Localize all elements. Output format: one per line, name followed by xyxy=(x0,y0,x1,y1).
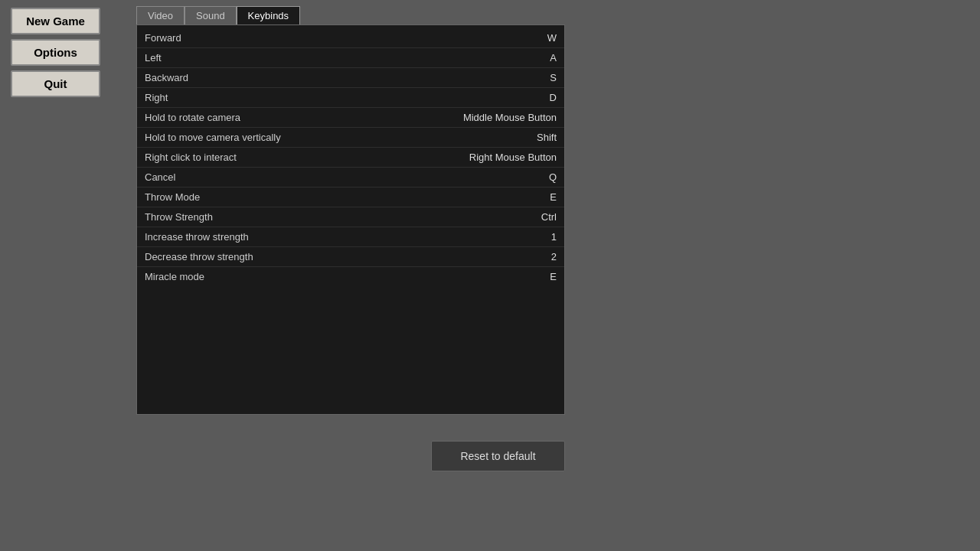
keybind-action: Backward xyxy=(145,72,188,83)
keybind-row: CancelQ xyxy=(137,168,564,187)
keybind-row: LeftA xyxy=(137,48,564,68)
keybind-action: Right click to interact xyxy=(145,152,237,163)
keybind-key[interactable]: 2 xyxy=(551,251,557,262)
keybind-row: Hold to rotate cameraMiddle Mouse Button xyxy=(137,108,564,128)
keybind-action: Forward xyxy=(145,32,181,44)
keybind-key[interactable]: E xyxy=(550,271,557,282)
keybind-key[interactable]: Shift xyxy=(537,132,557,143)
keybind-row: Right click to interactRight Mouse Butto… xyxy=(137,148,564,168)
keybind-action: Right xyxy=(145,92,168,103)
keybinds-panel: ForwardWLeftABackwardSRightDHold to rota… xyxy=(136,24,565,415)
keybind-action: Throw Strength xyxy=(145,211,213,223)
keybind-row: Throw StrengthCtrl xyxy=(137,207,564,227)
keybind-key[interactable]: A xyxy=(550,52,557,64)
keybind-key[interactable]: Q xyxy=(549,171,557,183)
keybind-key[interactable]: E xyxy=(550,191,557,203)
keybind-action: Throw Mode xyxy=(145,191,200,203)
keybind-row: BackwardS xyxy=(137,68,564,88)
keybind-key[interactable]: Ctrl xyxy=(541,211,557,223)
quit-button[interactable]: Quit xyxy=(11,70,100,97)
keybind-action: Cancel xyxy=(145,171,175,183)
main-content: VideoSoundKeybinds ForwardWLeftABackward… xyxy=(136,6,565,415)
keybind-action: Increase throw strength xyxy=(145,231,249,243)
sidebar: New GameOptionsQuit xyxy=(11,8,100,102)
keybind-key[interactable]: Middle Mouse Button xyxy=(463,112,557,123)
options-button[interactable]: Options xyxy=(11,39,100,66)
keybind-action: Decrease throw strength xyxy=(145,251,253,262)
keybind-row: RightD xyxy=(137,88,564,108)
keybind-key[interactable]: Right Mouse Button xyxy=(469,152,557,163)
keybind-key[interactable]: S xyxy=(550,72,557,83)
keybind-key[interactable]: 1 xyxy=(551,231,557,243)
tab-video[interactable]: Video xyxy=(136,6,185,24)
new-game-button[interactable]: New Game xyxy=(11,8,100,34)
keybind-key[interactable]: W xyxy=(547,32,557,44)
keybind-key[interactable]: D xyxy=(550,92,557,103)
tab-keybinds[interactable]: Keybinds xyxy=(237,6,300,24)
keybind-row: Hold to move camera verticallyShift xyxy=(137,128,564,148)
keybind-action: Hold to rotate camera xyxy=(145,112,240,123)
keybind-row: Decrease throw strength2 xyxy=(137,247,564,267)
tabs-row: VideoSoundKeybinds xyxy=(136,6,565,24)
keybind-row: ForwardW xyxy=(137,28,564,48)
keybind-action: Hold to move camera vertically xyxy=(145,132,281,143)
tab-sound[interactable]: Sound xyxy=(185,6,237,24)
keybind-row: Throw ModeE xyxy=(137,187,564,207)
keybind-action: Miracle mode xyxy=(145,271,204,282)
keybind-action: Left xyxy=(145,52,162,64)
keybind-row: Miracle modeE xyxy=(137,267,564,286)
keybind-row: Increase throw strength1 xyxy=(137,227,564,247)
reset-to-default-button[interactable]: Reset to default xyxy=(431,441,565,471)
